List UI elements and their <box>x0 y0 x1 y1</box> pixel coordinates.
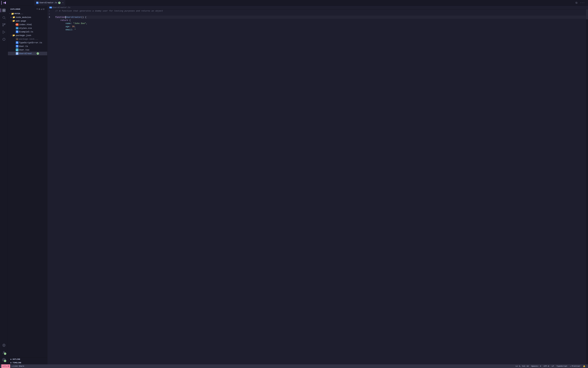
typescript-error-label: TypeScriptError.ts <box>19 41 42 44</box>
status-line-ending[interactable]: LF <box>550 364 555 368</box>
tsx-icon: TSX <box>16 48 18 51</box>
svg-rect-2 <box>2 10 4 12</box>
line-num-7 <box>47 28 53 31</box>
tab-bar: TS UsersCreator.ts 2 × <box>34 0 573 6</box>
sidebar-item-styles-css[interactable]: CSS styles.css <box>8 26 47 30</box>
activity-source-control[interactable] <box>1 22 7 28</box>
more-actions-button[interactable]: ··· <box>579 1 585 5</box>
code-line-5: name: "John Doe", <box>55 22 586 25</box>
code-indent <box>55 25 65 28</box>
activity-run-debug[interactable] <box>1 29 7 35</box>
sidebar-item-node-modules[interactable]: ▶ 📁 node_modules <box>8 16 47 19</box>
code-keyword-return: return <box>60 19 68 22</box>
status-right: Ln 3, Col 10 Spaces: 4 UTF-8 LF TypeScri… <box>514 364 587 368</box>
editor-content[interactable]: 1 2 3 // A function that generates a dum… <box>47 9 588 364</box>
spaces-label: Spaces: 4 <box>531 365 541 367</box>
sidebar: Explorer + ⊕ ↺ ⊡ ▾ 📁 MYFIR... ▶ 📁 node_m… <box>8 6 47 364</box>
outline-header[interactable]: ▶ OUTLINE <box>8 358 47 361</box>
code-prop-email: email <box>65 28 72 31</box>
sidebar-item-web-page[interactable]: ▾ 📂 web-page <box>8 19 47 23</box>
status-errors[interactable]: ✕ 2 ⚠ 0 <box>1 364 10 368</box>
title-bar-left <box>1 0 34 6</box>
code-line-6: age: 30, <box>55 25 586 28</box>
sidebar-content: ▾ 📁 MYFIR... ▶ 📁 node_modules ▾ 📂 web-pa… <box>8 12 47 357</box>
new-file-button[interactable]: + <box>36 8 38 10</box>
breadcrumb-filename[interactable]: UsersCreator.ts <box>53 6 70 9</box>
language-label: TypeScript <box>557 365 567 367</box>
chevron-icon: ▶ <box>10 16 12 18</box>
no-chevron <box>13 53 16 55</box>
code-lines: // A function that generates a dummy use… <box>54 9 586 364</box>
activity-bar: 1 1 <box>0 6 8 364</box>
activity-explorer[interactable] <box>1 7 7 14</box>
sidebar-item-package-folder[interactable]: ▾ 📂 package.json <box>8 34 47 37</box>
sidebar-item-user-ts[interactable]: TS User.ts <box>8 45 47 48</box>
svg-point-10 <box>3 345 4 346</box>
svg-point-13 <box>3 351 4 352</box>
styles-css-label: styles.css <box>19 27 32 29</box>
folder-open-icon: 📂 <box>12 19 15 22</box>
status-language[interactable]: TypeScript <box>555 364 569 368</box>
refresh-button[interactable]: ↺ <box>41 8 42 10</box>
code-prop-name: name <box>65 22 71 25</box>
sidebar-item-user-tsx[interactable]: TSX User.tsx <box>8 48 47 52</box>
status-live-share[interactable]: ↗ Live Share <box>10 364 26 368</box>
sidebar-item-typescript-error[interactable]: TS TypeScriptError.ts <box>8 41 47 45</box>
no-chevron <box>13 27 16 29</box>
position-label: Ln 3, Col 10 <box>516 365 529 367</box>
sidebar-item-package-lock[interactable]: {} package-lock... <box>8 37 47 41</box>
status-encoding[interactable]: UTF-8 <box>542 364 550 368</box>
code-fn-name: UsersCreator <box>66 16 81 19</box>
sidebar-title: Explorer <box>10 8 20 10</box>
code-indent <box>55 28 65 31</box>
code-colon: : <box>71 22 73 25</box>
example3-label: Example3.ts <box>19 31 33 33</box>
folder-icon: 📁 <box>12 16 15 18</box>
sidebar-item-example3[interactable]: TS Example3.ts <box>8 30 47 34</box>
collapse-all-button[interactable]: ⊡ <box>43 8 45 10</box>
index-html-label: index.html <box>19 23 32 26</box>
line-num-2: 2 <box>47 12 53 16</box>
status-position[interactable]: Ln 3, Col 10 <box>514 364 530 368</box>
chevron-icon: ▾ <box>10 34 12 36</box>
svg-rect-3 <box>4 10 5 12</box>
error-count: 2 <box>4 365 6 367</box>
code-prop-age: age <box>65 25 69 28</box>
code-comment: // A function that generates a dummy use… <box>55 9 163 12</box>
code-brace-open: { <box>68 19 71 22</box>
ts-icon: TS <box>16 52 18 55</box>
tab-userscreator[interactable]: TS UsersCreator.ts 2 × <box>34 0 66 6</box>
users-creator-badge: 2 <box>37 52 39 55</box>
folder-icon: 📁 <box>11 12 14 15</box>
ts-file-icon: TS <box>36 2 38 4</box>
outline-chevron: ▶ <box>10 358 12 360</box>
line-num-8 <box>47 31 53 34</box>
line-num-6 <box>47 25 53 28</box>
line-numbers: 1 2 3 <box>47 9 54 364</box>
sidebar-item-users-creator[interactable]: TS UsersCreat... 2 <box>8 52 47 55</box>
activity-search[interactable] <box>1 14 7 21</box>
line-ending-label: LF <box>552 365 554 367</box>
sidebar-item-index-html[interactable]: HTML index.html <box>8 23 47 26</box>
status-spaces[interactable]: Spaces: 4 <box>530 364 542 368</box>
minimap-thumb <box>586 9 588 19</box>
activity-settings[interactable]: 1 <box>1 357 7 363</box>
line-num-1: 1 <box>47 9 53 12</box>
activity-extensions[interactable] <box>1 36 7 43</box>
tab-close-button[interactable]: × <box>62 1 63 4</box>
svg-rect-0 <box>2 9 4 10</box>
new-folder-button[interactable]: ⊕ <box>39 8 40 10</box>
activity-remote[interactable] <box>1 342 7 349</box>
status-formatter[interactable]: ✓ Prettier <box>569 364 582 368</box>
breadcrumb-bar: TS UsersCreator.ts <box>47 6 588 9</box>
tree-root[interactable]: ▾ 📁 MYFIR... <box>8 12 47 16</box>
package-lock-label: package-lock... <box>19 38 38 40</box>
split-editor-button[interactable]: ⧉ <box>575 1 578 5</box>
timeline-header[interactable]: ▶ TIMELINE <box>8 361 47 364</box>
chevron-icon: ▾ <box>9 13 11 15</box>
status-notifications[interactable]: 🔔 <box>582 364 587 368</box>
code-line-2 <box>55 12 586 16</box>
root-label: MYFIR... <box>15 13 23 15</box>
activity-accounts[interactable]: 1 <box>1 349 7 356</box>
code-indent <box>55 22 65 25</box>
